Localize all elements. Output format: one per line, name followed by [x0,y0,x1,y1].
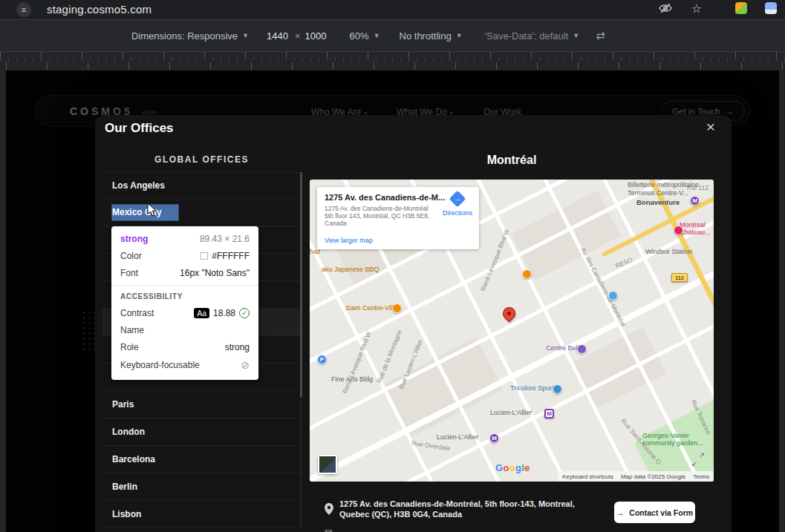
office-list-item[interactable]: Lisbon [102,501,300,528]
contrast-sample: Aa [194,308,209,318]
save-data-value: 'Save-Data': default [485,30,569,42]
contact-via-form-button[interactable]: → Contact via Form [614,502,695,523]
map-marker-attraction[interactable] [608,291,618,301]
map-label: Tricolore Sports [510,384,557,392]
bookmark-star-icon[interactable]: ☆ [689,1,704,15]
map-marker-food[interactable] [522,269,532,279]
map-marker-food[interactable] [392,303,402,313]
scrollbar-thumb[interactable] [300,172,302,397]
office-label: London [112,427,145,437]
chevron-down-icon: ▼ [573,32,579,39]
chevron-down-icon: ▼ [374,32,380,39]
pan-expand-icon[interactable]: ↗↙ [691,453,705,466]
map-label: Rte 112 [687,184,709,191]
inspected-element-size: 89.43 × 21.6 [200,234,250,244]
map-label: Montreal Chateau... [680,221,714,237]
throttling-select[interactable]: No throttling ▼ [400,30,463,42]
accessibility-section-heading: ACCESSIBILITY [120,292,250,301]
rotate-viewport-icon[interactable]: ⇄ [596,29,605,42]
office-label: Mexico City [112,205,178,220]
chevron-down-icon: ▼ [456,32,463,39]
office-list-item[interactable]: Barcelona [102,446,300,473]
map-marker-route-badge[interactable]: 112 [671,273,688,282]
eye-icon[interactable] [658,1,673,15]
office-label: Berlin [112,482,137,492]
contrast-label: Contrast [120,308,154,318]
keyboard-shortcuts-link[interactable]: Keyboard shortcuts [562,473,613,480]
dimensions-label: Dimensions: Responsive [131,30,238,42]
envelope-icon: ✉ [325,528,332,532]
satellite-layer-toggle[interactable] [318,455,337,474]
close-icon[interactable]: × [703,118,719,136]
office-label: Los Angeles [112,180,165,191]
map-marker-pin[interactable] [500,304,518,322]
extension-icon[interactable] [734,1,749,15]
font-label: Font [120,268,138,278]
view-larger-map-link[interactable]: View larger map [325,237,373,244]
modal-title: Our Offices [105,121,174,136]
map-marker-metro[interactable]: M [489,433,499,443]
map-attribution: Keyboard shortcuts Map data ©2025 Google… [558,471,714,482]
contact-button-label: Contact via Form [629,508,693,517]
map-canvas[interactable]: 1275 Av. des Canadiens-de-M... 1275 Av. … [310,180,714,482]
office-address-line2: Quebec (QC), H3B 0G4, Canada [339,510,575,520]
map-marker-parking[interactable]: P [317,355,327,364]
map-block [511,190,621,280]
map-info-card: 1275 Av. des Canadiens-de-M... 1275 Av. … [317,187,479,249]
chevron-down-icon: ▼ [242,32,249,39]
place-address-line: 1275 Av. des Canadiens-de-Montréal [325,205,436,212]
dimensions-select[interactable]: Dimensions: Responsive ▼ [131,30,249,42]
emulated-viewport: COSMO5 us EN Who We Are▾ What We Do▾ Our… [6,70,779,532]
role-value: strong [225,342,250,352]
contrast-value: 18.88 [213,308,235,318]
map-marker-train[interactable]: M [544,409,554,418]
office-label: Paris [112,399,134,410]
viewport-height-input[interactable] [305,30,333,42]
throttling-value: No throttling [400,30,452,42]
office-label: Lisbon [112,509,141,519]
arrow-right-icon: → [616,508,625,517]
office-label: Barcelona [112,454,155,464]
map-label: Centre Bell [546,344,579,352]
office-list-item[interactable]: London [102,418,300,446]
directions-button[interactable]: → Directions [440,193,475,217]
map-marker-arena[interactable] [577,344,587,354]
office-list-item[interactable]: Mexico City [102,199,300,226]
name-label: Name [120,325,144,335]
not-focusable-icon: ⊘ [241,359,250,371]
map-label: Windsor Station [645,248,693,255]
viewport-width-input[interactable] [267,30,295,42]
color-swatch [201,252,208,260]
url-text[interactable]: staging.cosmo5.com [47,3,152,16]
inspect-highlight: Mexico City [112,205,178,220]
office-list-item[interactable]: Berlin [102,473,300,501]
zoom-value: 60% [350,30,369,42]
map-marker-shop[interactable] [553,384,562,394]
map-label: Lucien-L'Allier [437,433,478,441]
terms-link[interactable]: Terms [693,473,709,480]
map-marker-metro[interactable]: M [690,196,700,206]
map-label: aku Japanese BBQ [322,266,380,273]
zoom-select[interactable]: 60% ▼ [350,30,380,42]
office-list-item[interactable]: Paris [102,391,300,418]
map-marker-hotel[interactable] [674,226,683,235]
dimension-separator: × [295,30,301,42]
office-list-item[interactable]: Los Angeles [102,173,300,199]
mouse-cursor [147,203,157,220]
inspected-element-tag: strong [120,234,148,244]
office-list-scrollbar[interactable] [300,172,302,528]
site-info-icon[interactable]: ≡ [16,2,31,17]
side-panel-icon[interactable] [763,1,778,15]
map-data-text: Map data ©2025 Google [621,473,685,480]
place-address-line: Canada [325,220,436,227]
keyboard-focusable-label: Keyboard-focusable [120,360,200,370]
inspect-tooltip: strong 89.43 × 21.6 Color #FFFFFF Font 1… [111,226,258,380]
map-label: Lucien-L'Allier [490,409,532,416]
place-address-line: 5th floor 143, Montréal, QC H3B 5E8, [325,212,436,220]
office-address-line1: 1275 Av. des Canadiens-de-Montréal, 5th … [339,499,575,510]
map-label: Bonaventure [636,198,680,206]
browser-address-bar: ≡ staging.cosmo5.com ☆ [0,0,785,19]
save-data-select[interactable]: 'Save-Data': default ▼ [485,30,580,42]
directions-icon: → [449,191,466,208]
role-label: Role [120,342,139,352]
